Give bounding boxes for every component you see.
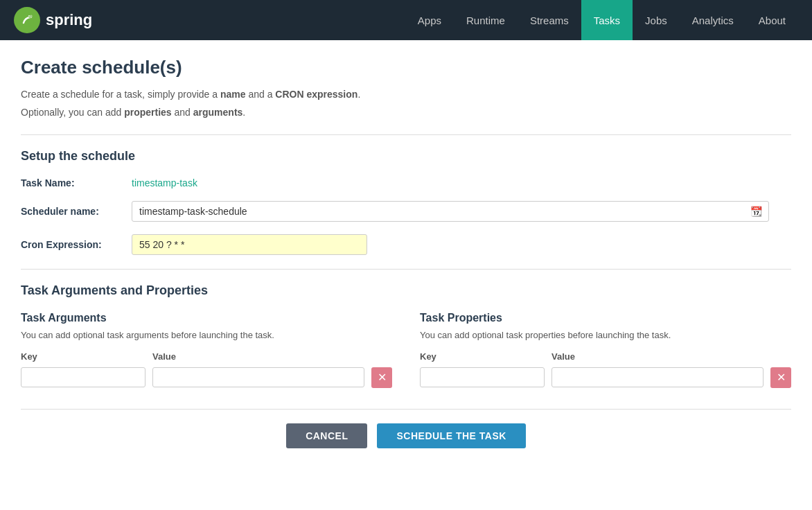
nav-item-tasks[interactable]: Tasks bbox=[581, 0, 633, 40]
navbar: spring Apps Runtime Streams Tasks Jobs A… bbox=[0, 0, 812, 40]
scheduler-name-input[interactable] bbox=[132, 201, 769, 222]
page-description-2: Optionally, you can add properties and a… bbox=[21, 105, 791, 120]
cancel-button[interactable]: CANCEL bbox=[286, 423, 367, 448]
calendar-icon: 📆 bbox=[750, 206, 762, 217]
footer-buttons: CANCEL SCHEDULE THE TASK bbox=[21, 423, 791, 469]
nav-item-streams[interactable]: Streams bbox=[518, 0, 581, 40]
page-description-1: Create a schedule for a task, simply pro… bbox=[21, 87, 791, 102]
schedule-button[interactable]: SCHEDULE THE TASK bbox=[377, 423, 525, 448]
args-title: Task Arguments bbox=[21, 312, 392, 324]
props-value-input[interactable] bbox=[551, 367, 764, 387]
section-divider-1 bbox=[21, 134, 791, 135]
nav-menu: Apps Runtime Streams Tasks Jobs Analytic… bbox=[405, 0, 798, 40]
args-props-section-title: Task Arguments and Properties bbox=[21, 283, 791, 298]
page-content: Create schedule(s) Create a schedule for… bbox=[0, 40, 812, 486]
nav-item-about[interactable]: About bbox=[746, 0, 798, 40]
nav-item-analytics[interactable]: Analytics bbox=[680, 0, 746, 40]
scheduler-name-input-wrapper: 📆 bbox=[132, 201, 769, 222]
brand-name: spring bbox=[46, 11, 92, 29]
args-kv-header: Key Value bbox=[21, 351, 392, 362]
section-divider-2 bbox=[21, 269, 791, 270]
args-key-header: Key bbox=[21, 351, 145, 362]
props-desc: You can add optional task properties bef… bbox=[420, 330, 791, 340]
task-name-label: Task Name: bbox=[21, 177, 132, 188]
args-remove-button[interactable]: ✕ bbox=[371, 367, 392, 388]
props-remove-button[interactable]: ✕ bbox=[770, 367, 791, 388]
task-arguments-panel: Task Arguments You can add optional task… bbox=[21, 312, 392, 388]
task-name-value: timestamp-task bbox=[132, 177, 197, 188]
args-desc: You can add optional task arguments befo… bbox=[21, 330, 392, 340]
footer-divider bbox=[21, 409, 791, 410]
props-kv-header: Key Value bbox=[420, 351, 791, 362]
cron-expression-input[interactable] bbox=[132, 234, 367, 255]
nav-item-runtime[interactable]: Runtime bbox=[454, 0, 518, 40]
page-title: Create schedule(s) bbox=[21, 57, 791, 78]
task-properties-panel: Task Properties You can add optional tas… bbox=[420, 312, 791, 388]
args-props-container: Task Arguments You can add optional task… bbox=[21, 312, 791, 388]
scheduler-name-group: Scheduler name: 📆 bbox=[21, 201, 791, 222]
args-value-header: Value bbox=[152, 351, 392, 362]
nav-item-apps[interactable]: Apps bbox=[405, 0, 454, 40]
props-title: Task Properties bbox=[420, 312, 791, 324]
cron-expression-group: Cron Expression: bbox=[21, 234, 791, 255]
args-key-input[interactable] bbox=[21, 367, 145, 387]
spring-logo bbox=[14, 7, 40, 33]
args-value-input[interactable] bbox=[152, 367, 364, 387]
task-name-group: Task Name: timestamp-task bbox=[21, 177, 791, 188]
navbar-brand: spring bbox=[14, 7, 92, 33]
props-key-header: Key bbox=[420, 351, 545, 362]
props-kv-row: ✕ bbox=[420, 367, 791, 388]
cron-label: Cron Expression: bbox=[21, 239, 132, 250]
setup-section-title: Setup the schedule bbox=[21, 149, 791, 164]
nav-item-jobs[interactable]: Jobs bbox=[633, 0, 680, 40]
props-key-input[interactable] bbox=[420, 367, 545, 387]
props-value-header: Value bbox=[551, 351, 791, 362]
scheduler-name-label: Scheduler name: bbox=[21, 206, 132, 217]
args-kv-row: ✕ bbox=[21, 367, 392, 388]
